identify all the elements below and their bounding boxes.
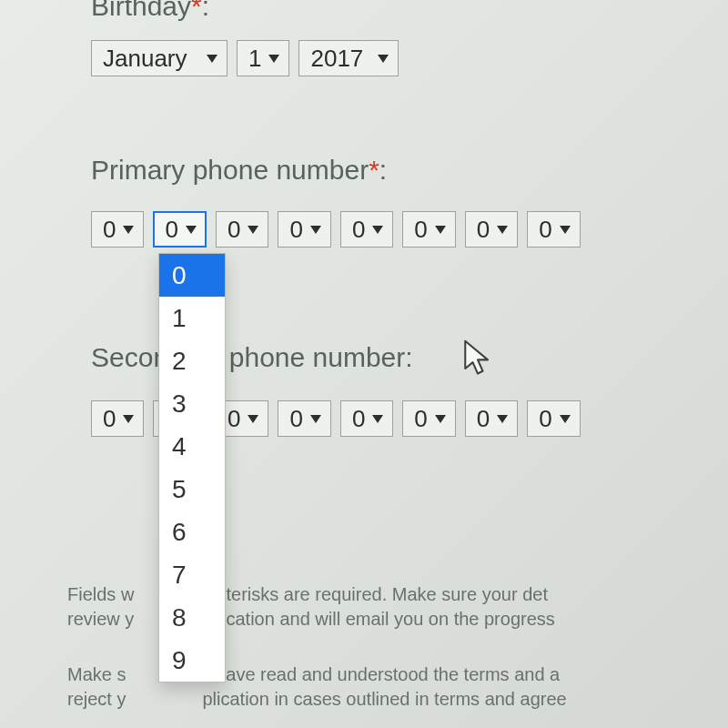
- birthday-label-text: Birthday: [91, 0, 191, 21]
- footer-line-2a: review y: [67, 609, 134, 629]
- chevron-down-icon: [497, 415, 508, 423]
- chevron-down-icon: [248, 415, 258, 423]
- birthday-row: January 1 2017: [91, 40, 399, 76]
- chevron-down-icon: [248, 226, 258, 234]
- phone-digit-value: 0: [539, 407, 551, 430]
- phone-digit-value: 0: [414, 407, 427, 430]
- footer-line-4b: plication in cases outlined in terms and…: [202, 689, 566, 709]
- primary-phone-label: Primary phone number*:: [91, 155, 387, 186]
- form-page: Birthday*: January 1 2017 Primary phone …: [0, 0, 728, 728]
- required-asterisk: *: [191, 0, 202, 21]
- footer-line-3a: Make s: [67, 664, 126, 684]
- chevron-down-icon: [207, 55, 217, 63]
- chevron-down-icon: [310, 226, 321, 234]
- digit-option[interactable]: 0: [159, 254, 225, 297]
- birthday-year-select[interactable]: 2017: [298, 40, 399, 76]
- chevron-down-icon: [560, 226, 571, 234]
- chevron-down-icon: [435, 415, 446, 423]
- birthday-month-value: January: [103, 46, 187, 70]
- secondary-phone-label-text: Secondary phone number:: [91, 342, 413, 372]
- phone-digit-select[interactable]: 0: [465, 400, 518, 437]
- phone-digit-select[interactable]: 0: [91, 211, 144, 248]
- primary-phone-row: 00000000: [91, 211, 581, 248]
- digit-option[interactable]: 5: [159, 468, 225, 511]
- footer-line-1b: l asterisks are required. Make sure your…: [197, 584, 548, 604]
- phone-digit-value: 0: [103, 217, 116, 241]
- birthday-year-value: 2017: [310, 46, 363, 70]
- footer-line-4a: reject y: [67, 689, 126, 709]
- digit-option[interactable]: 2: [159, 339, 225, 382]
- birthday-day-value: 1: [248, 46, 261, 70]
- colon: :: [202, 0, 209, 21]
- phone-digit-select[interactable]: 0: [91, 400, 144, 437]
- chevron-down-icon: [372, 415, 383, 423]
- phone-digit-select[interactable]: 0: [340, 211, 393, 248]
- chevron-down-icon: [435, 226, 446, 234]
- chevron-down-icon: [123, 415, 134, 423]
- chevron-down-icon: [372, 226, 383, 234]
- footer-line-1a: Fields w: [67, 584, 134, 604]
- chevron-down-icon: [123, 226, 134, 234]
- digit-option[interactable]: 6: [159, 511, 225, 553]
- chevron-down-icon: [497, 226, 508, 234]
- digit-option[interactable]: 3: [159, 382, 225, 425]
- chevron-down-icon: [268, 55, 279, 63]
- footer-line-3b: u have read and understood the terms and…: [200, 664, 560, 684]
- primary-phone-label-text: Primary phone number: [91, 155, 369, 185]
- phone-digit-value: 0: [352, 217, 365, 241]
- birthday-label: Birthday*:: [91, 0, 209, 22]
- chevron-down-icon: [186, 226, 197, 234]
- phone-digit-select[interactable]: 0: [278, 211, 330, 248]
- phone-digit-select[interactable]: 0: [527, 400, 580, 437]
- digit-dropdown[interactable]: 0123456789: [158, 253, 226, 682]
- footer-line-2b: pplication and will email you on the pro…: [197, 609, 554, 629]
- secondary-phone-label: Secondary phone number:: [91, 342, 413, 373]
- digit-option[interactable]: 4: [159, 425, 225, 468]
- phone-digit-select[interactable]: 0: [465, 211, 518, 248]
- phone-digit-select[interactable]: 0: [153, 211, 206, 248]
- chevron-down-icon: [310, 415, 321, 423]
- phone-digit-select[interactable]: 0: [216, 211, 268, 248]
- chevron-down-icon: [378, 55, 389, 63]
- phone-digit-select[interactable]: 0: [340, 400, 393, 437]
- phone-digit-value: 0: [289, 217, 302, 241]
- phone-digit-value: 0: [228, 217, 240, 241]
- birthday-month-select[interactable]: January: [91, 40, 228, 76]
- phone-digit-value: 0: [539, 217, 551, 241]
- mouse-cursor-icon: [462, 339, 493, 379]
- phone-digit-value: 0: [289, 407, 302, 430]
- digit-option[interactable]: 8: [159, 596, 225, 639]
- phone-digit-value: 0: [477, 407, 490, 430]
- phone-digit-value: 0: [165, 217, 177, 241]
- phone-digit-select[interactable]: 0: [278, 400, 330, 437]
- phone-digit-value: 0: [414, 217, 427, 241]
- phone-digit-value: 0: [352, 407, 365, 430]
- phone-digit-select[interactable]: 0: [402, 211, 455, 248]
- digit-option[interactable]: 1: [159, 297, 225, 339]
- phone-digit-select[interactable]: 0: [527, 211, 580, 248]
- digit-option[interactable]: 7: [159, 553, 225, 596]
- chevron-down-icon: [560, 415, 571, 423]
- digit-option[interactable]: 9: [159, 639, 225, 682]
- phone-digit-select[interactable]: 0: [402, 400, 455, 437]
- birthday-day-select[interactable]: 1: [237, 40, 289, 76]
- colon: :: [379, 155, 387, 185]
- phone-digit-value: 0: [103, 407, 116, 430]
- phone-digit-value: 0: [477, 217, 490, 241]
- required-asterisk: *: [369, 155, 379, 185]
- phone-digit-value: 0: [228, 407, 240, 430]
